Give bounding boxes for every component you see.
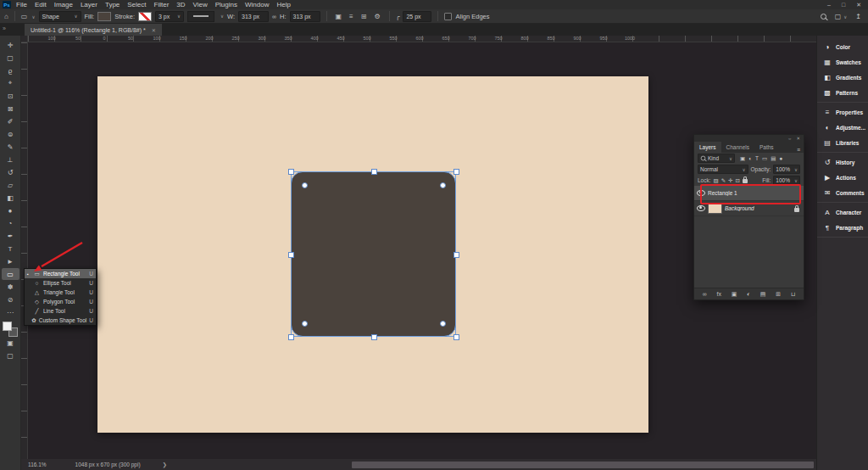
dock-item-color[interactable]: ◑Color [817, 39, 868, 54]
layer-effects-icon[interactable]: fx [717, 291, 721, 297]
dock-item-paragraph[interactable]: ¶Paragraph [817, 220, 868, 235]
rectangle-tool[interactable]: ▭ [2, 268, 19, 280]
filter-type-layer-icon[interactable]: T [755, 155, 759, 162]
corner-radius-input[interactable]: 25 px [403, 11, 431, 22]
corner-radius-anchor[interactable] [440, 321, 446, 327]
menu-type[interactable]: Type [105, 1, 120, 8]
filter-shape-layer-icon[interactable]: ▭ [762, 155, 767, 162]
menu-plugins[interactable]: Plugins [215, 1, 237, 8]
visibility-toggle[interactable] [697, 205, 705, 212]
horizontal-scrollbar[interactable] [352, 462, 814, 468]
new-group-icon[interactable]: ▤ [760, 291, 766, 298]
filter-smart-object-icon[interactable]: ▤ [771, 155, 776, 162]
dock-item-patterns[interactable]: ▩Patterns [817, 85, 868, 100]
flyout-item-polygon-tool[interactable]: ◇Polygon ToolU [25, 297, 96, 306]
menu-help[interactable]: Help [276, 1, 290, 8]
hand-tool[interactable]: ✽ [2, 281, 19, 293]
workspace-switcher[interactable]: ▢∨ [835, 13, 848, 20]
selection-handle[interactable] [453, 169, 459, 175]
flyout-item-rectangle-tool[interactable]: ▪▭Rectangle ToolU [25, 269, 96, 278]
dodge-tool[interactable]: ◔ [2, 217, 19, 229]
tool-mode-select[interactable]: Shape ∨ [39, 11, 81, 22]
menu-view[interactable]: View [193, 1, 208, 8]
quick-mask-button[interactable]: ▣ [2, 337, 19, 349]
lock-paint-icon[interactable]: ✎ [721, 177, 726, 184]
delete-layer-icon[interactable]: ⊔ [791, 291, 795, 298]
stroke-type-select[interactable] [187, 11, 214, 22]
menu-file[interactable]: File [16, 1, 27, 8]
brush-tool[interactable]: ✎ [2, 141, 19, 153]
menu-filter[interactable]: Filter [154, 1, 170, 8]
screen-mode-button[interactable]: ▢ [2, 350, 19, 361]
dock-item-properties[interactable]: ≡Properties [817, 104, 868, 120]
blur-tool[interactable]: ● [2, 204, 19, 216]
eyedropper-tool[interactable]: ✐ [2, 115, 19, 127]
restore-icon[interactable]: □ [842, 2, 845, 8]
align-icon[interactable]: ≡ [349, 13, 353, 20]
move-tool[interactable]: ✛ [2, 39, 19, 51]
menu-layer[interactable]: Layer [81, 1, 97, 8]
selection-handle[interactable] [453, 334, 459, 340]
foreground-color-swatch[interactable] [3, 322, 12, 331]
dock-item-actions[interactable]: ▶Actions [817, 170, 868, 185]
tool-preset-picker[interactable]: ▭ ∨ [21, 13, 36, 20]
layer-mask-icon[interactable]: ▣ [732, 291, 737, 298]
selection-handle[interactable] [288, 169, 294, 175]
panel-menu-icon[interactable]: ≡ [797, 147, 800, 153]
crop-tool[interactable]: ⊡ [2, 90, 19, 102]
healing-brush-tool[interactable]: ⊜ [2, 128, 19, 140]
selection-handle[interactable] [288, 252, 294, 258]
search-icon[interactable] [821, 14, 826, 20]
dock-item-history[interactable]: ↺History [817, 154, 868, 170]
zoom-tool[interactable]: ⊘ [2, 294, 19, 305]
panel-collapse-icon[interactable]: ⇔ [787, 136, 793, 141]
zoom-level[interactable]: 116.1% [28, 462, 47, 467]
pen-tool[interactable]: ✒ [2, 230, 19, 242]
menu-select[interactable]: Select [127, 1, 146, 8]
history-brush-tool[interactable]: ↺ [2, 166, 19, 178]
marquee-tool[interactable]: ▢ [2, 52, 19, 64]
share-icon[interactable]: ↥ [855, 13, 861, 20]
dock-item-character[interactable]: ACharacter [817, 204, 868, 220]
dock-item-adjustme[interactable]: ◐Adjustme... [817, 120, 868, 135]
selection-handle[interactable] [288, 334, 294, 340]
object-selection-tool[interactable]: ⌖ [2, 77, 19, 89]
corner-radius-anchor[interactable] [440, 182, 446, 188]
menu-3d[interactable]: 3D [176, 1, 185, 8]
selection-handle[interactable] [371, 334, 377, 340]
color-swatches-widget[interactable] [2, 322, 19, 337]
blend-mode-select[interactable]: Normal ∨ [698, 165, 748, 174]
dock-item-comments[interactable]: ✉Comments [817, 185, 868, 200]
link-layers-icon[interactable]: ∞ [703, 291, 707, 297]
document-tab[interactable]: Untitled-1 @ 116% (Rectangle 1, RGB/8#) … [25, 24, 162, 36]
toolbar-expand-icon[interactable]: » [3, 25, 6, 31]
stroke-width-input[interactable]: 3 px ∨ [155, 11, 184, 22]
link-dimensions-icon[interactable]: ∞ [272, 14, 276, 20]
align-edges-checkbox[interactable] [444, 13, 452, 20]
height-input[interactable]: 313 px [290, 11, 320, 22]
close-icon[interactable]: ✕ [856, 2, 861, 8]
corner-radius-anchor[interactable] [302, 182, 308, 188]
lock-all-icon[interactable] [743, 179, 748, 183]
layer-row-rectangle-1[interactable]: Rectangle 1 [694, 186, 804, 201]
layer-row-background[interactable]: Background [694, 201, 804, 216]
adjustment-layer-icon[interactable]: ◐ [747, 291, 750, 297]
eraser-tool[interactable]: ▱ [2, 179, 19, 191]
fill-input[interactable]: 100% ∨ [773, 176, 800, 185]
flyout-item-ellipse-tool[interactable]: ○Ellipse ToolU [25, 278, 96, 288]
filter-toggle-pin-icon[interactable]: ● [779, 155, 782, 162]
filter-pixel-layer-icon[interactable]: ▣ [740, 155, 745, 162]
tab-paths[interactable]: Paths [754, 142, 779, 153]
filter-adjustment-layer-icon[interactable]: ◐ [748, 155, 752, 162]
filter-kind-select[interactable]: Kind ∨ [698, 154, 735, 163]
status-chevron-icon[interactable]: ❯ [163, 462, 167, 468]
width-input[interactable]: 313 px [238, 11, 269, 22]
minimize-icon[interactable]: – [827, 2, 831, 8]
panel-close-icon[interactable]: ✕ [796, 136, 800, 141]
flyout-item-custom-shape-tool[interactable]: ✿Custom Shape ToolU [25, 316, 96, 325]
dock-item-swatches[interactable]: ▦Swatches [817, 54, 868, 70]
fill-color-swatch[interactable] [97, 12, 111, 21]
flyout-item-line-tool[interactable]: ╱Line ToolU [25, 306, 96, 316]
lasso-tool[interactable]: ϱ [2, 64, 19, 76]
menu-edit[interactable]: Edit [35, 1, 47, 8]
